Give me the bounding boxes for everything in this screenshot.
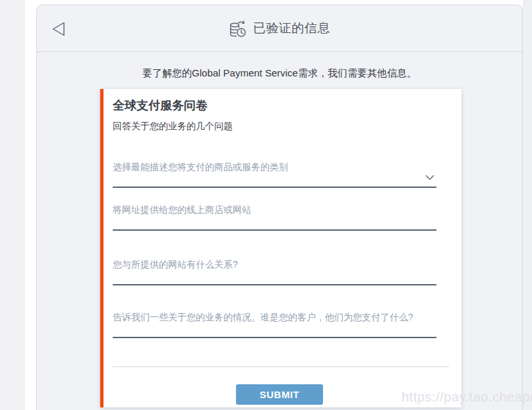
verified-info-panel: 已验证的信息 要了解您的Global Payment Service需求，我们需… [36,5,523,410]
panel-title: 已验证的信息 [253,20,330,37]
website-url-field[interactable]: 将网址提供给您的线上商店或网站 [113,204,436,231]
category-select-label: 选择最能描述您将支付的商品或服务的类别 [113,161,436,173]
business-description-field[interactable]: 告诉我们一些关于您的业务的情况。谁是您的客户，他们为您支付了什么? [113,311,436,338]
website-url-label: 将网址提供给您的线上商店或网站 [113,204,436,216]
form-divider [113,366,449,367]
panel-header: 已验证的信息 [37,5,522,52]
website-relationship-label: 您与所提供的网站有什么关系? [113,258,436,271]
category-select[interactable]: 选择最能描述您将支付的商品或服务的类别 [113,161,436,188]
questionnaire-card: 全球支付服务问卷 回答关于您的业务的几个问题 选择最能描述您将支付的商品或服务的… [100,89,461,407]
panel-title-group: 已验证的信息 [229,18,330,38]
intro-text: 要了解您的Global Payment Service需求，我们需要其他信息。 [37,67,522,80]
chevron-down-icon [425,175,434,181]
right-gutter [523,0,532,410]
page: 已验证的信息 要了解您的Global Payment Service需求，我们需… [0,0,532,410]
website-relationship-field[interactable]: 您与所提供的网站有什么关系? [113,258,436,285]
submit-button[interactable]: SUBMIT [236,384,323,405]
back-button[interactable] [49,20,68,38]
coins-clock-icon [229,18,247,38]
questionnaire-subtitle: 回答关于您的业务的几个问题 [113,121,233,132]
questionnaire-title: 全球支付服务问卷 [113,98,208,113]
left-gutter [0,0,25,410]
business-description-label: 告诉我们一些关于您的业务的情况。谁是您的客户，他们为您支付了什么? [113,311,436,324]
back-triangle-icon [50,21,67,37]
